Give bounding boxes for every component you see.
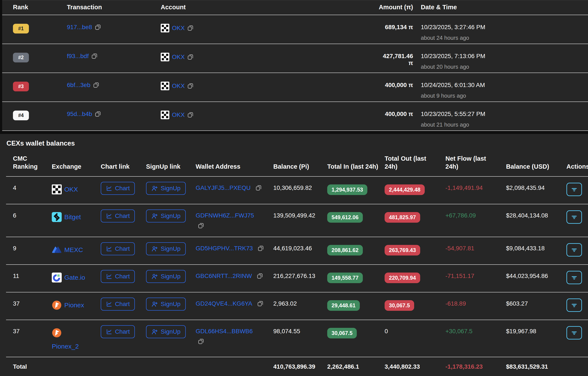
copy-icon[interactable] <box>187 54 194 60</box>
relative-time: about 20 hours ago <box>421 64 583 70</box>
copy-icon[interactable] <box>187 25 194 31</box>
transaction-link[interactable]: 95d...b4b <box>67 111 92 118</box>
rank-cell: #4 <box>2 102 67 131</box>
exchange-link[interactable]: Pionex <box>64 301 84 309</box>
amount-header: Amount (π) <box>378 0 415 15</box>
total-balance-usd: $83,631,529.31 <box>506 357 567 376</box>
transaction-row: #36bf...3ebOKX400,000 π10/24/2025, 6:01:… <box>2 73 588 102</box>
exchange-link[interactable]: Bitget <box>64 213 81 221</box>
balance-pi-value: 216,227,676.13 <box>273 265 327 292</box>
copy-icon[interactable] <box>257 300 263 307</box>
actions-filter-button[interactable] <box>567 210 582 224</box>
account-link[interactable]: OKX <box>172 82 185 89</box>
signup-button-label: SignUp <box>161 273 180 280</box>
copy-icon[interactable] <box>255 185 262 191</box>
account-cell: OKX <box>161 73 378 102</box>
copy-icon[interactable] <box>95 111 101 117</box>
wallet-address-cell: GDL66HS4...BBWB6 <box>196 320 273 357</box>
actions-filter-button[interactable] <box>567 243 582 256</box>
copy-icon[interactable] <box>93 82 99 88</box>
chart-line-icon <box>106 213 112 219</box>
transaction-header: Transaction <box>67 0 161 15</box>
wallet-copy-line <box>196 222 268 231</box>
total-out-badge: 2,444,429.48 <box>385 184 425 195</box>
actions-filter-button[interactable] <box>567 183 582 196</box>
net-flow-value: +67,786.09 <box>445 204 506 237</box>
actions-filter-button[interactable] <box>567 271 582 284</box>
wallet-line: GALYJFJ5...PXEQU <box>196 184 268 191</box>
exchange-link[interactable]: OKX <box>64 186 78 193</box>
datetime-cell: 10/23/2025, 5:55:27 PMabout 21 hours ago <box>415 102 588 131</box>
datetime-cell: 10/23/2025, 3:27:46 PMabout 24 hours ago <box>415 15 588 44</box>
amount-value: 400,000 π <box>378 102 415 131</box>
chart-button-label: Chart <box>115 212 130 220</box>
wallet-address-link[interactable]: GD5HGPHV...TRK73 <box>196 245 253 252</box>
wallet-address-link[interactable]: GALYJFJ5...PXEQU <box>196 184 251 191</box>
cex-balances-table: CMC Ranking Exchange Chart link SignUp l… <box>6 147 588 376</box>
datetime-value: 10/23/2025, 7:13:06 PM <box>421 53 583 60</box>
copy-icon[interactable] <box>198 222 204 229</box>
exchange-row: 37PionexChartSignUpGD24QVE4...KG6YA2,963… <box>6 292 588 320</box>
transaction-cell: 917...be8 <box>67 15 161 44</box>
account-cell: OKX <box>161 102 378 131</box>
total-out-cell: 263,769.43 <box>385 237 445 265</box>
wallet-address-link[interactable]: GBC6NRTT...2RINW <box>196 273 252 279</box>
copy-icon[interactable] <box>257 273 263 279</box>
signup-button[interactable]: SignUp <box>146 325 186 338</box>
signup-button[interactable]: SignUp <box>146 242 186 255</box>
transaction-link[interactable]: f93...bdf <box>67 53 89 60</box>
total-out-cell: 30,067.5 <box>385 292 445 320</box>
exchange-link[interactable]: Gate.io <box>64 274 85 281</box>
wallet-address-link[interactable]: GD24QVE4...KG6YA <box>196 300 252 307</box>
copy-icon[interactable] <box>198 338 204 345</box>
actions-filter-button[interactable] <box>567 326 582 340</box>
filter-icon <box>570 246 578 254</box>
copy-icon[interactable] <box>91 53 98 59</box>
chart-button[interactable]: Chart <box>101 182 135 195</box>
signup-link-cell: SignUp <box>146 292 196 320</box>
signup-button[interactable]: SignUp <box>146 182 186 195</box>
account-link[interactable]: OKX <box>172 54 185 60</box>
wallet-address-link[interactable]: GDFNWH6Z...FWJ75 <box>196 212 254 219</box>
chart-button[interactable]: Chart <box>101 270 135 283</box>
signup-button[interactable]: SignUp <box>146 210 186 222</box>
total-out-cell: 220,709.94 <box>385 265 445 292</box>
copy-icon[interactable] <box>187 83 194 89</box>
signup-button[interactable]: SignUp <box>146 270 186 283</box>
total-in-badge: 208,861.62 <box>327 245 363 255</box>
transaction-link[interactable]: 6bf...3eb <box>67 82 90 88</box>
chart-link-cell: Chart <box>101 204 146 237</box>
chart-button[interactable]: Chart <box>101 298 135 310</box>
user-plus-icon <box>151 273 158 280</box>
total-in-cell: 549,612.06 <box>327 204 385 237</box>
signup-button[interactable]: SignUp <box>146 298 186 310</box>
account-link[interactable]: OKX <box>172 111 185 118</box>
transaction-cell: 95d...b4b <box>67 102 161 131</box>
chart-button[interactable]: Chart <box>101 325 135 338</box>
wallet-address-link[interactable]: GDL66HS4...BBWB6 <box>196 328 253 334</box>
section-title: CEXs wallet balances <box>7 140 588 147</box>
cmc-ranking-header: CMC Ranking <box>6 147 52 177</box>
datetime-value: 10/24/2025, 6:01:30 AM <box>421 82 583 88</box>
exchange-cell: OKX <box>52 177 101 204</box>
chart-button[interactable]: Chart <box>101 210 135 222</box>
account-link[interactable]: OKX <box>172 25 185 32</box>
total-in-cell: 30,067.5 <box>327 320 385 357</box>
total-in-badge: 549,612.06 <box>327 212 363 223</box>
total-out-badge: 30,067.5 <box>385 300 414 311</box>
balance-usd-value: $603.27 <box>506 292 567 320</box>
transaction-cell: f93...bdf <box>67 44 161 73</box>
copy-icon[interactable] <box>95 24 101 31</box>
transaction-link[interactable]: 917...be8 <box>67 24 92 31</box>
copy-icon[interactable] <box>258 245 264 252</box>
total-in-header: Total In (last 24h) <box>327 147 385 177</box>
transaction-row: #1917...be8OKX689,134 π10/23/2025, 3:27:… <box>2 15 588 44</box>
copy-icon[interactable] <box>187 112 194 118</box>
chart-button[interactable]: Chart <box>101 242 135 255</box>
total-out-badge: 263,769.43 <box>385 245 420 255</box>
exchange-link[interactable]: Pionex_2 <box>52 343 95 350</box>
actions-filter-button[interactable] <box>567 299 582 312</box>
total-out-sum: 3,440,802.33 <box>385 357 445 376</box>
exchange-link[interactable]: MEXC <box>64 246 83 254</box>
chart-button-label: Chart <box>115 185 130 192</box>
